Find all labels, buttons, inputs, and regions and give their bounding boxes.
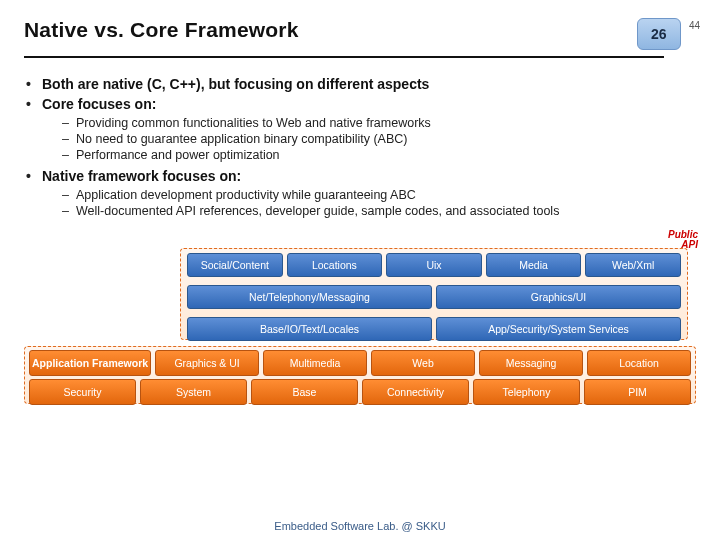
- bullet-item: Core focuses on: Providing common functi…: [26, 96, 696, 162]
- native-module: Location: [587, 350, 691, 376]
- sub-bullet-list: Providing common functionalities to Web …: [62, 116, 696, 162]
- core-module: Base/IO/Text/Locales: [187, 317, 432, 341]
- sub-bullet-list: Application development productivity whi…: [62, 188, 696, 218]
- page-number-group: 26 44: [637, 18, 696, 50]
- architecture-diagram: Public API Social/Content Locations Uix …: [24, 228, 696, 408]
- sub-bullet-item: Application development productivity whi…: [62, 188, 696, 202]
- core-module: Graphics/UI: [436, 285, 681, 309]
- core-module: App/Security/System Services: [436, 317, 681, 341]
- native-module: Application Framework: [29, 350, 151, 376]
- native-module: Security: [29, 379, 136, 405]
- aux-page-number: 44: [689, 20, 700, 31]
- core-module: Uix: [386, 253, 482, 277]
- bullet-item: Both are native (C, C++), but focusing o…: [26, 76, 696, 92]
- bullet-list: Both are native (C, C++), but focusing o…: [26, 76, 696, 218]
- native-module: PIM: [584, 379, 691, 405]
- core-module: Web/Xml: [585, 253, 681, 277]
- core-module: Media: [486, 253, 582, 277]
- sub-bullet-item: Providing common functionalities to Web …: [62, 116, 696, 130]
- native-module: Multimedia: [263, 350, 367, 376]
- page-title: Native vs. Core Framework: [24, 18, 299, 42]
- native-framework-box: Application Framework Graphics & UI Mult…: [24, 346, 696, 404]
- sub-bullet-item: No need to guarantee application binary …: [62, 132, 696, 146]
- core-framework-box: Social/Content Locations Uix Media Web/X…: [180, 248, 688, 340]
- sub-bullet-item: Performance and power optimization: [62, 148, 696, 162]
- core-module: Net/Telephony/Messaging: [187, 285, 432, 309]
- native-module: Messaging: [479, 350, 583, 376]
- footer-text: Embedded Software Lab. @ SKKU: [0, 520, 720, 532]
- native-module: Web: [371, 350, 475, 376]
- native-module: Graphics & UI: [155, 350, 259, 376]
- title-underline: [24, 56, 664, 58]
- core-module: Locations: [287, 253, 383, 277]
- bullet-text: Native framework focuses on:: [42, 168, 241, 184]
- sub-bullet-item: Well-documented API references, develope…: [62, 204, 696, 218]
- native-module: Connectivity: [362, 379, 469, 405]
- page-number-badge: 26: [637, 18, 681, 50]
- native-module: Base: [251, 379, 358, 405]
- core-module: Social/Content: [187, 253, 283, 277]
- bullet-item: Native framework focuses on: Application…: [26, 168, 696, 218]
- bullet-text: Core focuses on:: [42, 96, 156, 112]
- native-module: Telephony: [473, 379, 580, 405]
- native-module: System: [140, 379, 247, 405]
